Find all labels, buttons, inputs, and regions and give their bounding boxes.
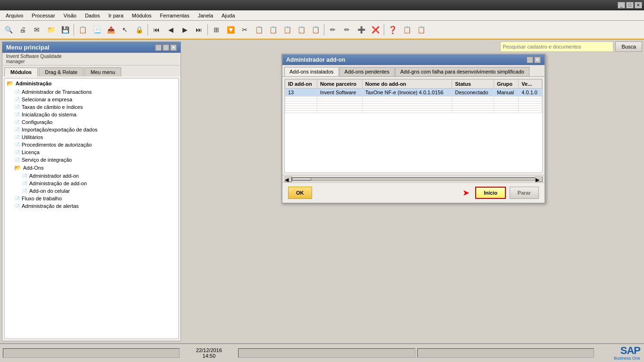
sidebar-item-addon-celular[interactable]: 📄 Add-on do celular — [5, 187, 178, 195]
menu-arquivo[interactable]: Arquivo — [2, 12, 27, 19]
sidebar-item-servico[interactable]: 📄 Serviço de integração — [5, 156, 178, 164]
toolbar-search-btn[interactable]: 🔍 — [2, 23, 15, 36]
page-icon: 📄 — [14, 127, 20, 132]
status-panel-1 — [3, 348, 180, 358]
page-icon: 📄 — [14, 90, 20, 95]
sap-logo: SAP Business One — [595, 346, 642, 361]
left-panel-minimize[interactable]: _ — [155, 44, 162, 51]
arrow-indicator: ➤ — [462, 188, 470, 198]
sidebar-item-selecionar-empresa[interactable]: 📄 Selecionar a empresa — [5, 96, 178, 103]
left-panel-restore[interactable]: □ — [163, 44, 169, 51]
menu-ajuda[interactable]: Ajuda — [218, 12, 239, 19]
scroll-right-btn[interactable]: ▶ — [535, 176, 543, 182]
page-icon: 📄 — [14, 120, 20, 125]
table-row[interactable] — [285, 111, 542, 113]
toolbar-first-btn[interactable]: ⏮ — [150, 23, 163, 36]
toolbar-filter-btn[interactable]: 🔽 — [224, 23, 237, 36]
toolbar-doc7-btn[interactable]: 📋 — [414, 23, 428, 36]
menu-processar[interactable]: Processar — [28, 12, 59, 19]
search-button[interactable]: Busca — [615, 41, 642, 52]
search-input[interactable] — [500, 41, 613, 52]
scrollbar-track[interactable] — [292, 177, 535, 181]
toolbar-email-btn[interactable]: ✉ — [30, 23, 43, 36]
sidebar-item-autorizacao[interactable]: 📄 Procedimentos de autorização — [5, 141, 178, 148]
sidebar-item-admin-addon[interactable]: 📄 Administrador add-on — [5, 172, 178, 180]
toolbar-sep-2 — [148, 24, 148, 35]
toolbar-print-btn[interactable]: 🖨 — [16, 23, 29, 36]
tab-addons-instalados[interactable]: Add-ons instalados — [284, 67, 339, 76]
menu-dados[interactable]: Dados — [81, 12, 104, 19]
cell-id: 13 — [285, 89, 317, 97]
toolbar-doc2-btn[interactable]: 📋 — [266, 23, 280, 36]
toolbar-open-btn[interactable]: 📁 — [44, 23, 58, 36]
cell-addon-name: TaxOne NF-e (Invoice) 4.0.1.0156 — [362, 89, 452, 97]
ok-button[interactable]: OK — [288, 187, 312, 199]
cell-group: Manual — [494, 89, 519, 97]
restore-button[interactable]: □ — [626, 2, 634, 8]
toolbar-upload-btn[interactable]: 📤 — [104, 23, 117, 36]
status-panel-3 — [417, 348, 594, 358]
toolbar-doc3-btn[interactable]: 📋 — [281, 23, 294, 36]
addon-dialog-close[interactable]: ✕ — [534, 57, 541, 63]
toolbar-edit2-btn[interactable]: ✏ — [340, 23, 354, 36]
minimize-button[interactable]: _ — [618, 2, 625, 8]
toolbar-lock-btn[interactable]: 🔒 — [132, 23, 146, 36]
sidebar-item-adm-addon[interactable]: 📄 Administração de add-on — [5, 180, 178, 187]
scrollbar-thumb[interactable] — [292, 178, 311, 181]
toolbar-doc1-btn[interactable]: 📋 — [252, 23, 265, 36]
inicio-button[interactable]: Início — [475, 187, 506, 199]
sidebar-item-taxas[interactable]: 📄 Taxas de câmbio e índices — [5, 103, 178, 111]
parar-button[interactable]: Parar — [510, 187, 539, 199]
toolbar-next-btn[interactable]: ▶ — [178, 23, 191, 36]
sidebar-item-importacao[interactable]: 📄 Importação/exportação de dados — [5, 126, 178, 133]
tree-administracao[interactable]: 📂 Administração — [5, 79, 178, 88]
toolbar-doc6-btn[interactable]: 📋 — [400, 23, 413, 36]
cell-status: Desconectado — [452, 89, 494, 97]
toolbar-prev-btn[interactable]: ◀ — [164, 23, 177, 36]
toolbar-cut-btn[interactable]: ✂ — [238, 23, 251, 36]
toolbar-arrow-btn[interactable]: ↖ — [118, 23, 132, 36]
menu-ir-para[interactable]: Ir para — [105, 12, 127, 19]
left-panel-close[interactable]: ✕ — [170, 44, 177, 51]
menu-modulos[interactable]: Módulos — [128, 12, 156, 19]
tree-addons[interactable]: 📂 Add-Ons — [5, 164, 178, 172]
sidebar-item-utilitarios[interactable]: 📄 Utilitários — [5, 133, 178, 141]
toolbar-paste-btn[interactable]: 📃 — [90, 23, 103, 36]
sidebar-item-inicializacao[interactable]: 📄 Inicialização do sistema — [5, 111, 178, 118]
toolbar-help-btn[interactable]: ❓ — [386, 23, 399, 36]
toolbar: 🔍 🖨 ✉ 📁 💾 📋 📃 📤 ↖ 🔒 ⏮ ◀ ▶ ⏭ ⊞ 🔽 ✂ 📋 📋 📋 … — [0, 21, 644, 40]
toolbar-edit1-btn[interactable]: ✏ — [326, 23, 339, 36]
page-icon: 📄 — [14, 112, 20, 117]
toolbar-doc5-btn[interactable]: 📋 — [309, 23, 322, 36]
toolbar-copy-btn[interactable]: 📋 — [76, 23, 89, 36]
toolbar-last-btn[interactable]: ⏭ — [192, 23, 206, 36]
toolbar-save-btn[interactable]: 💾 — [58, 23, 72, 36]
table-row[interactable]: 13 Invent Software TaxOne NF-e (Invoice)… — [285, 89, 542, 97]
sidebar-item-admin-transactions[interactable]: 📄 Administrador de Transactions — [5, 88, 178, 96]
page-icon: 📄 — [22, 181, 27, 186]
tab-meu-menu[interactable]: Meu menu — [84, 67, 121, 76]
toolbar-grid-btn[interactable]: ⊞ — [210, 23, 223, 36]
scroll-left-btn[interactable]: ◀ — [284, 176, 292, 182]
sidebar-item-alertas[interactable]: 📄 Administração de alertas — [5, 202, 178, 210]
datetime-display: 22/12/2016 14:50 — [181, 347, 237, 359]
sidebar-item-fluxo[interactable]: 📄 Fluxo de trabalho — [5, 195, 178, 202]
sidebar-item-configuracao[interactable]: 📄 Configuração — [5, 118, 178, 126]
page-icon: 📄 — [14, 142, 20, 148]
menu-janela[interactable]: Janela — [194, 12, 217, 19]
cell-partner: Invent Software — [317, 89, 362, 97]
menu-visao[interactable]: Visão — [60, 12, 80, 19]
addon-dialog-minimize[interactable]: _ — [527, 57, 533, 63]
toolbar-remove-btn[interactable]: ❌ — [369, 23, 382, 36]
tab-modulos[interactable]: Módulos — [4, 67, 38, 76]
toolbar-sep-5 — [384, 24, 384, 35]
close-button[interactable]: ✕ — [635, 2, 642, 8]
tab-addons-falha[interactable]: Add-gns com falha para desenvolvimento s… — [395, 67, 529, 76]
sidebar-item-licenca[interactable]: 📄 Licença — [5, 148, 178, 156]
menu-ferramentas[interactable]: Ferramentas — [156, 12, 193, 19]
tab-drag-relate[interactable]: Drag & Relate — [39, 67, 83, 76]
toolbar-doc4-btn[interactable]: 📋 — [295, 23, 308, 36]
title-bar-controls: _ □ ✕ — [618, 2, 642, 8]
tab-addons-pendentes[interactable]: Add-ons pendentes — [339, 67, 395, 76]
toolbar-add-btn[interactable]: ➕ — [355, 23, 368, 36]
